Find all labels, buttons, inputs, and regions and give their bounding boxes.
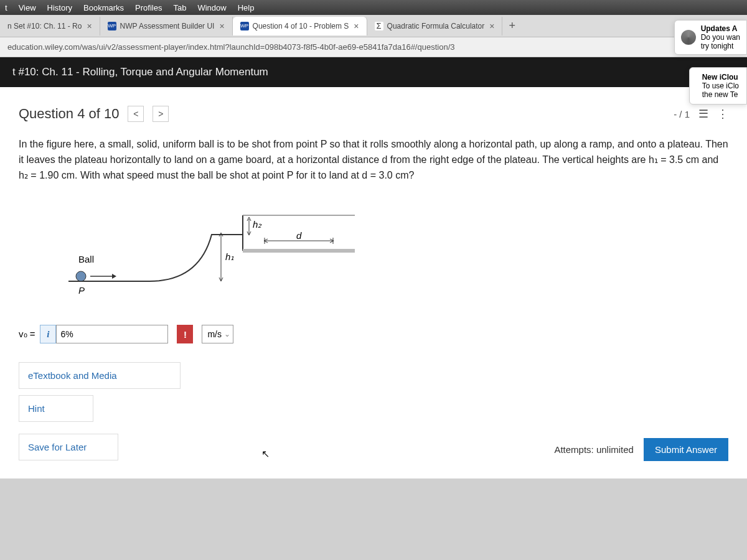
- menu-item[interactable]: Profiles: [135, 3, 162, 12]
- tab-label: n Set #10: Ch. 11 - Ro: [7, 22, 82, 30]
- error-icon: !: [177, 325, 193, 343]
- browser-tabstrip: n Set #10: Ch. 11 - Ro × WP NWP Assessme…: [0, 15, 747, 37]
- tab-label: Question 4 of 10 - Problem S: [253, 22, 349, 30]
- notif-title: New iClou: [702, 73, 739, 82]
- browser-tab[interactable]: n Set #10: Ch. 11 - Ro ×: [0, 17, 100, 35]
- fig-label-h1: h₁: [225, 251, 234, 262]
- next-question-button[interactable]: >: [153, 106, 169, 122]
- attempts-label: Attempts: unlimited: [554, 444, 634, 455]
- close-icon[interactable]: ×: [489, 21, 494, 31]
- favicon-icon: WP: [108, 22, 116, 30]
- close-icon[interactable]: ×: [87, 21, 92, 31]
- notif-line: Do you wan: [701, 33, 740, 42]
- update-notification[interactable]: Updates A Do you wan try tonight: [674, 20, 747, 55]
- notif-title: Updates A: [701, 24, 740, 33]
- hint-button[interactable]: Hint: [19, 395, 93, 422]
- update-icon: [681, 30, 696, 45]
- fig-label-ball: Ball: [78, 254, 94, 264]
- icloud-notification[interactable]: New iClou To use iClo the new Te: [689, 67, 747, 105]
- answer-label: v₀ =: [19, 329, 35, 340]
- menu-item[interactable]: History: [47, 3, 72, 12]
- new-tab-button[interactable]: +: [502, 19, 522, 32]
- notif-line: the new Te: [702, 90, 739, 99]
- tab-label: Quadratic Formula Calculator: [387, 22, 485, 30]
- browser-tab-active[interactable]: WP Question 4 of 10 - Problem S ×: [233, 17, 367, 35]
- etextbook-link[interactable]: eTextbook and Media: [19, 362, 181, 389]
- favicon-icon: WP: [240, 22, 249, 30]
- fig-label-p: P: [78, 285, 85, 296]
- url-bar[interactable]: education.wiley.com/was/ui/v2/assessment…: [0, 37, 747, 57]
- problem-figure: Ball P h₁ h₂ d: [56, 200, 728, 309]
- prev-question-button[interactable]: <: [128, 106, 144, 122]
- submit-answer-button[interactable]: Submit Answer: [644, 438, 728, 461]
- fig-label-h2: h₂: [253, 219, 262, 230]
- info-icon[interactable]: i: [40, 325, 56, 343]
- notif-line: To use iClo: [702, 82, 739, 90]
- close-icon[interactable]: ×: [219, 21, 224, 31]
- os-menubar: t View History Bookmarks Profiles Tab Wi…: [0, 0, 747, 15]
- answer-row: v₀ = i ! m/s: [19, 325, 728, 343]
- cursor-icon: ↖: [261, 448, 270, 460]
- question-panel: Question 4 of 10 < > - / 1 ☰ ⋮ In the fi…: [0, 87, 747, 478]
- menu-item[interactable]: View: [19, 3, 36, 12]
- svg-point-6: [76, 271, 86, 281]
- list-icon[interactable]: ☰: [698, 107, 708, 121]
- browser-tab[interactable]: Σ Quadratic Formula Calculator ×: [367, 17, 503, 35]
- assessment-header: t #10: Ch. 11 - Rolling, Torque and Angu…: [0, 57, 747, 87]
- question-header: Question 4 of 10 < > - / 1 ☰ ⋮: [19, 100, 728, 134]
- notif-line: try tonight: [701, 42, 740, 50]
- question-number: Question 4 of 10: [19, 106, 119, 122]
- problem-text: In the figure here, a small, solid, unif…: [19, 134, 728, 194]
- svg-rect-0: [243, 249, 355, 253]
- browser-tab[interactable]: WP NWP Assessment Builder UI ×: [100, 17, 233, 35]
- menu-item[interactable]: Window: [197, 3, 226, 12]
- menu-item[interactable]: t: [5, 3, 7, 12]
- menu-item[interactable]: Tab: [173, 3, 186, 12]
- menu-item[interactable]: Bookmarks: [83, 3, 124, 12]
- answer-input[interactable]: [56, 325, 168, 343]
- favicon-icon: Σ: [375, 22, 383, 30]
- save-for-later-button[interactable]: Save for Later: [19, 434, 118, 460]
- assessment-title: t #10: Ch. 11 - Rolling, Torque and Angu…: [12, 66, 268, 78]
- tab-label: NWP Assessment Builder UI: [120, 22, 215, 30]
- url-text: education.wiley.com/was/ui/v2/assessment…: [7, 42, 454, 52]
- close-icon[interactable]: ×: [354, 21, 359, 31]
- menu-item[interactable]: Help: [238, 3, 255, 12]
- score-display: - / 1: [674, 109, 690, 119]
- unit-select[interactable]: m/s: [202, 325, 233, 343]
- fig-label-d: d: [296, 230, 302, 241]
- more-icon[interactable]: ⋮: [717, 107, 728, 121]
